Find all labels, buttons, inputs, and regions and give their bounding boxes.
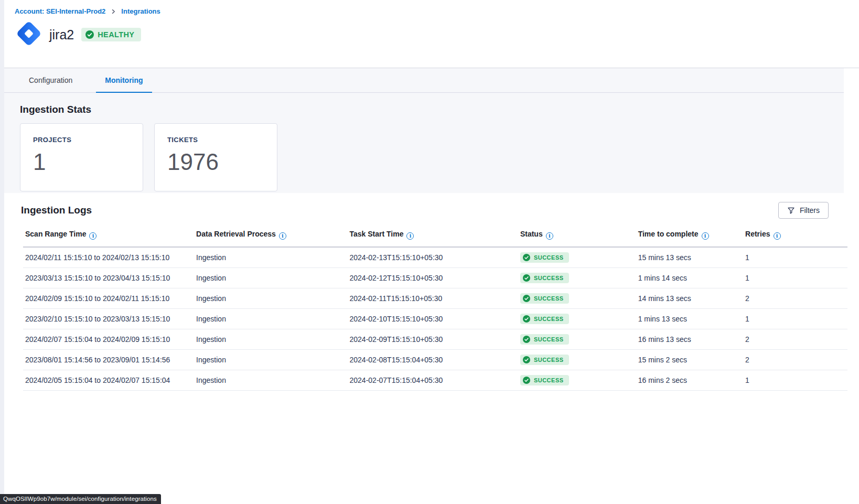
- table-row: 2024/02/11 15:15:10 to 2024/02/13 15:15:…: [23, 247, 847, 268]
- ingestion-logs-heading: Ingestion Logs: [21, 205, 92, 216]
- monitoring-panel: Configuration Monitoring Ingestion Stats…: [4, 68, 859, 193]
- breadcrumb-account-link[interactable]: Account: SEI-Internal-Prod2: [15, 7, 105, 15]
- page-title: jira2: [49, 27, 74, 42]
- status-badge: SUCCESS: [520, 252, 569, 263]
- col-data-retrieval-process: Data Retrieval Process: [196, 223, 349, 247]
- info-circle-icon[interactable]: [279, 232, 286, 240]
- stat-card-projects: PROJECTS 1: [20, 123, 143, 191]
- table-header-row: Scan Range Time Data Retrieval Process T…: [23, 223, 847, 247]
- info-circle-icon[interactable]: [406, 232, 414, 240]
- page-header: Account: SEI-Internal-Prod2 Integrations: [4, 0, 859, 68]
- table-row: 2023/03/13 15:15:10 to 2023/04/13 15:15:…: [23, 267, 847, 288]
- check-circle-icon: [523, 254, 530, 261]
- breadcrumb: Account: SEI-Internal-Prod2 Integrations: [15, 7, 859, 15]
- breadcrumb-integrations-link[interactable]: Integrations: [121, 7, 160, 15]
- stat-cards: PROJECTS 1 TICKETS 1976: [20, 123, 859, 191]
- chevron-right-icon: [110, 8, 116, 15]
- status-badge: SUCCESS: [520, 314, 569, 324]
- info-circle-icon[interactable]: [546, 232, 553, 240]
- col-scan-range-time: Scan Range Time: [23, 223, 196, 247]
- stat-value: 1: [33, 151, 143, 174]
- filters-button-label: Filters: [800, 206, 820, 215]
- stat-label: PROJECTS: [33, 136, 143, 144]
- info-circle-icon[interactable]: [89, 232, 96, 240]
- status-badge: SUCCESS: [520, 273, 569, 283]
- col-status: Status: [520, 223, 638, 247]
- check-circle-icon: [523, 336, 530, 343]
- table-row: 2023/08/01 15:14:56 to 2023/09/01 15:14:…: [23, 349, 847, 370]
- status-badge: SUCCESS: [520, 334, 569, 345]
- table-row: 2024/02/09 15:15:10 to 2024/02/11 15:15:…: [23, 288, 847, 308]
- stat-label: TICKETS: [167, 136, 277, 144]
- info-circle-icon[interactable]: [774, 232, 781, 240]
- link-preview-tooltip: QwqOSlIWp9ob7w/module/sei/configuration/…: [0, 494, 161, 504]
- table-row: 2024/02/05 15:15:04 to 2024/02/07 15:15:…: [23, 370, 847, 390]
- table-row: 2024/02/07 15:15:04 to 2024/02/09 15:15:…: [23, 329, 847, 349]
- tab-configuration[interactable]: Configuration: [20, 68, 81, 93]
- filters-button[interactable]: Filters: [778, 202, 829, 219]
- check-circle-icon: [523, 356, 530, 363]
- info-circle-icon[interactable]: [702, 232, 709, 240]
- check-circle-icon: [523, 274, 530, 282]
- check-circle-icon: [523, 315, 530, 323]
- check-circle-icon: [523, 377, 530, 384]
- tabbar: Configuration Monitoring: [4, 68, 844, 93]
- check-circle-icon: [523, 295, 530, 302]
- status-badge: SUCCESS: [520, 375, 569, 385]
- tab-monitoring[interactable]: Monitoring: [96, 68, 152, 93]
- ingestion-stats-heading: Ingestion Stats: [4, 93, 859, 115]
- check-circle-icon: [85, 30, 94, 39]
- health-status-label: HEALTHY: [98, 30, 134, 39]
- status-badge: SUCCESS: [520, 355, 569, 365]
- stat-card-tickets: TICKETS 1976: [154, 123, 277, 191]
- jira-logo: [15, 19, 43, 50]
- ingestion-logs-section: Ingestion Logs Filters Scan Range Time D…: [4, 193, 859, 504]
- ingestion-logs-table: Scan Range Time Data Retrieval Process T…: [23, 223, 847, 391]
- col-time-to-complete: Time to complete: [638, 223, 745, 247]
- title-row: jira2 HEALTHY: [15, 19, 859, 50]
- stat-value: 1976: [167, 151, 277, 174]
- scrollbar-gutter: [844, 68, 859, 193]
- col-retries: Retries: [745, 223, 847, 247]
- status-badge: SUCCESS: [520, 293, 569, 304]
- col-task-start-time: Task Start Time: [350, 223, 520, 247]
- health-status-badge: HEALTHY: [81, 28, 141, 41]
- table-row: 2023/02/10 15:15:10 to 2023/03/13 15:15:…: [23, 308, 847, 329]
- funnel-icon: [787, 207, 795, 215]
